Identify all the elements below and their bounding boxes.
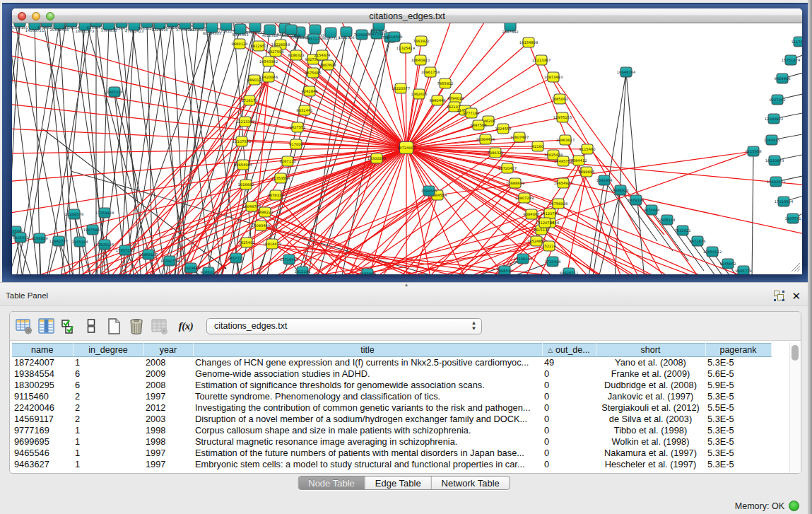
graph-node[interactable]: 1145194 — [71, 237, 88, 247]
cell-title[interactable]: Investigating the contribution of common… — [193, 402, 542, 414]
column-header-out_de[interactable]: △ out_de... — [542, 344, 596, 357]
graph-node[interactable]: 9245012 — [200, 267, 216, 274]
cell-title[interactable]: Corpus callosum shape and size in male p… — [193, 425, 542, 436]
graph-node[interactable]: 18640910 — [411, 55, 430, 65]
graph-node[interactable]: 2718227 — [218, 23, 234, 33]
cell-name[interactable]: 18300295 — [12, 380, 73, 391]
graph-node[interactable]: 4010310 — [261, 25, 278, 37]
citation-edge-red[interactable] — [406, 60, 420, 148]
graph-node[interactable]: 9245652 — [719, 259, 736, 269]
table-row[interactable]: 1830029562008Estimation of significance … — [12, 380, 771, 391]
graph-node[interactable]: 1167531 — [784, 214, 801, 223]
cell-rank[interactable]: 5.9E-5 — [705, 380, 771, 391]
cell-year[interactable]: 1997 — [143, 459, 193, 470]
cell-name[interactable]: 22420046 — [12, 402, 73, 414]
graph-node[interactable]: 9457771 — [228, 253, 244, 263]
cell-rank[interactable]: 5.3E-5 — [705, 459, 771, 470]
citation-edge[interactable] — [185, 24, 224, 274]
graph-node[interactable]: 1812191 — [294, 267, 310, 274]
graph-node[interactable]: 1584545 — [420, 186, 437, 196]
tab-node-table[interactable]: Node Table — [298, 477, 365, 489]
cell-out[interactable]: 0 — [542, 368, 596, 380]
graph-node[interactable]: 16961758 — [421, 67, 440, 77]
graph-node[interactable]: 16154808 — [519, 37, 538, 47]
cell-title[interactable]: Embryonic stem cells: a model to study s… — [193, 459, 542, 470]
graph-node[interactable]: 917006 — [289, 139, 303, 149]
table-row[interactable]: 911546021997Tourette syndrome. Phenomeno… — [12, 391, 771, 402]
cell-out[interactable]: 0 — [542, 436, 596, 448]
network-view-window[interactable]: citations_edges.txt — [12, 8, 802, 274]
graph-node[interactable]: 9084067 — [523, 209, 539, 219]
graph-node[interactable]: 7663822 — [413, 36, 429, 46]
cell-out[interactable]: 0 — [542, 380, 596, 391]
graph-node[interactable]: 9699695 — [578, 167, 594, 177]
import-table-button[interactable] — [150, 317, 168, 335]
graph-node[interactable]: 10107551 — [233, 136, 251, 146]
graph-node[interactable]: 9327508 — [267, 47, 283, 57]
citation-edge[interactable] — [752, 151, 753, 274]
citation-edge-red[interactable] — [12, 148, 406, 245]
graph-node[interactable]: 19463627 — [556, 135, 575, 145]
column-header-short[interactable]: short — [596, 344, 705, 357]
graph-node[interactable]: 2867608 — [319, 60, 336, 70]
graph-node[interactable]: 19975887 — [83, 225, 102, 235]
citation-edge[interactable] — [85, 23, 157, 274]
graph-node[interactable]: 9777169 — [463, 108, 479, 118]
graph-node[interactable]: 8990448 — [429, 95, 445, 105]
graph-node[interactable]: 7584412 — [570, 156, 587, 165]
cell-title[interactable]: Disruption of a novel member of a sodium… — [193, 414, 542, 425]
graph-node[interactable]: 11325419 — [396, 43, 415, 53]
cell-deg[interactable]: 6 — [73, 380, 143, 391]
graph-node[interactable]: 9227342 — [769, 95, 785, 105]
graph-node[interactable]: 16648784 — [617, 67, 636, 77]
cell-rank[interactable]: 5.6E-5 — [705, 368, 771, 380]
citation-edge[interactable] — [615, 72, 626, 274]
window-resize-grip[interactable] — [792, 263, 800, 271]
graph-node[interactable]: 17016504 — [775, 197, 794, 206]
graph-node[interactable]: 44624751 — [560, 268, 578, 274]
citation-edge[interactable] — [626, 72, 645, 274]
float-panel-icon[interactable] — [774, 291, 784, 301]
table-row[interactable]: 1456911722003Disruption of a novel membe… — [12, 414, 771, 425]
cell-short[interactable]: Tibbo et al. (1998) — [596, 425, 705, 436]
cell-name[interactable]: 9115460 — [12, 391, 73, 402]
new-file-button[interactable] — [105, 317, 123, 335]
cell-year[interactable]: 1998 — [143, 436, 193, 448]
memory-ok-indicator[interactable] — [789, 501, 799, 511]
citation-edge-red[interactable] — [452, 198, 524, 274]
table-row[interactable]: 2242004622012Investigating the contribut… — [12, 402, 771, 414]
graph-node[interactable]: 12975155 — [553, 112, 572, 122]
cell-deg[interactable]: 6 — [73, 368, 143, 380]
cell-year[interactable]: 2008 — [143, 380, 193, 391]
cell-deg[interactable]: 1 — [73, 448, 143, 459]
cell-short[interactable]: Wolkin et al. (1998) — [596, 436, 705, 448]
column-header-in_degree[interactable]: in_degree — [73, 344, 143, 357]
cell-out[interactable]: 0 — [542, 448, 596, 459]
table-options-button[interactable] — [14, 317, 33, 335]
graph-node[interactable]: 2154674 — [314, 50, 331, 60]
table-row[interactable]: 977716911998Corpus callosum shape and si… — [12, 425, 771, 436]
graph-node[interactable]: 7955812 — [437, 78, 453, 88]
tab-network-table[interactable]: Network Table — [432, 477, 510, 489]
cell-short[interactable]: Nakamura et al. (1997) — [596, 448, 705, 459]
cell-deg[interactable]: 1 — [73, 357, 143, 368]
cell-title[interactable]: Tourette syndrome. Phenomenology and cla… — [193, 391, 542, 402]
cell-out[interactable]: 0 — [542, 425, 596, 436]
cell-rank[interactable]: 5.3E-5 — [705, 448, 771, 459]
graph-node[interactable]: 12093822 — [765, 114, 783, 124]
cell-name[interactable]: 18724007 — [12, 357, 73, 368]
select-all-button[interactable] — [59, 317, 78, 335]
graph-node[interactable]: 8267110 — [279, 156, 295, 166]
function-builder-button[interactable]: f(x) — [177, 317, 195, 335]
table-row[interactable]: 1872400712008Changes of HCN gene express… — [12, 357, 771, 368]
cell-out[interactable]: 0 — [542, 391, 596, 402]
cell-title[interactable]: Structural magnetic resonance image aver… — [193, 436, 542, 448]
graph-node[interactable]: 15692971 — [767, 177, 785, 187]
cell-year[interactable]: 2003 — [143, 414, 193, 425]
graph-node[interactable]: 8471676 — [689, 236, 705, 246]
graph-node[interactable]: 8215958 — [745, 146, 761, 156]
close-panel-icon[interactable]: ✕ — [792, 291, 801, 301]
graph-node[interactable]: 1156829 — [31, 233, 47, 243]
cell-title[interactable]: Changes of HCN gene expression and I(f) … — [193, 357, 542, 368]
graph-node[interactable]: 1362615 — [411, 89, 427, 99]
